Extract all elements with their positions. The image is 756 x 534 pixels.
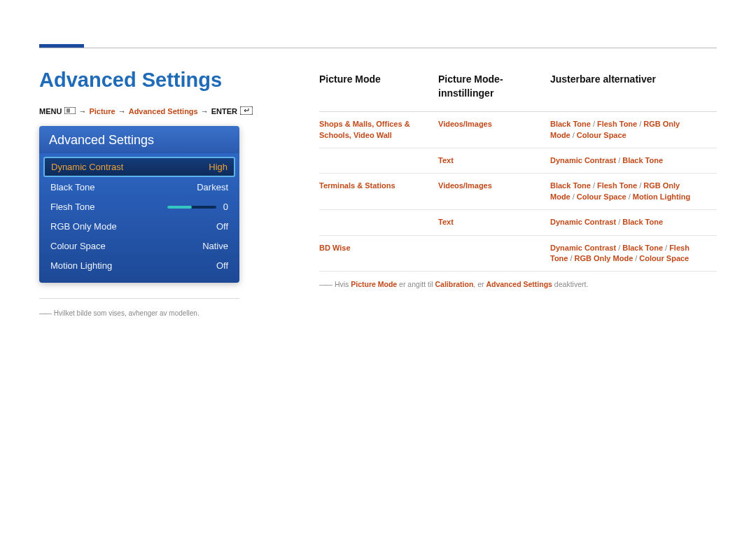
osd-row-label: Motion Lighting bbox=[50, 260, 112, 271]
option-separator: / bbox=[635, 254, 637, 262]
table-header: Picture Mode-innstillinger bbox=[438, 70, 550, 112]
osd-row-label: Dynamic Contrast bbox=[51, 162, 123, 172]
option-item: Black Tone bbox=[622, 156, 663, 164]
page-title: Advanced Settings bbox=[39, 69, 222, 92]
osd-row-colour-space[interactable]: Colour SpaceNative bbox=[43, 237, 235, 255]
footnote-dash: ―― bbox=[39, 309, 50, 317]
osd-row-value: Native bbox=[202, 241, 228, 251]
table-cell-options: Dynamic Contrast/Black Tone bbox=[550, 148, 717, 174]
osd-slider-group: 0 bbox=[167, 202, 228, 212]
breadcrumb-picture: Picture bbox=[89, 107, 115, 115]
option-item: Flesh Tone bbox=[597, 120, 637, 128]
option-item: Flesh Tone bbox=[597, 181, 637, 190]
table-cell-mode: Shops & Malls, Offices & Schools, Video … bbox=[319, 112, 438, 148]
top-divider-accent bbox=[39, 44, 84, 48]
option-item: Black Tone bbox=[550, 181, 591, 190]
osd-row-value: High bbox=[209, 162, 227, 172]
options-table: Picture ModePicture Mode-innstillingerJu… bbox=[319, 70, 717, 272]
breadcrumb-menu-label: MENU bbox=[39, 107, 62, 115]
osd-row-rgb-only-mode[interactable]: RGB Only ModeOff bbox=[43, 217, 235, 236]
option-separator: / bbox=[573, 131, 575, 139]
osd-slider-track[interactable] bbox=[167, 206, 216, 209]
enter-icon bbox=[240, 106, 253, 116]
breadcrumb-advanced: Advanced Settings bbox=[129, 107, 198, 115]
table-cell-mode: Terminals & Stations bbox=[319, 174, 438, 210]
option-separator: / bbox=[570, 254, 572, 262]
osd-row-value: Off bbox=[216, 221, 228, 232]
table-cell-mode: BD Wise bbox=[319, 236, 438, 272]
right-column: Picture ModePicture Mode-innstillingerJu… bbox=[319, 70, 717, 288]
note-calibration: Calibration bbox=[435, 280, 473, 288]
note-dash: ―― bbox=[319, 280, 331, 288]
table-cell-options: Dynamic Contrast/Black Tone/Flesh Tone/R… bbox=[550, 236, 717, 272]
table-cell-setting: Videos/Images bbox=[438, 112, 550, 148]
option-item: Dynamic Contrast bbox=[550, 218, 616, 226]
osd-slider-fill bbox=[167, 206, 192, 209]
option-item: Dynamic Contrast bbox=[550, 244, 616, 252]
option-separator: / bbox=[573, 192, 575, 201]
table-cell-options: Black Tone/Flesh Tone/RGB Only Mode/Colo… bbox=[550, 174, 717, 210]
osd-row-value: 0 bbox=[223, 202, 228, 212]
footnote-model: ―― Hvilket bilde som vises, avhenger av … bbox=[39, 309, 200, 317]
table-cell-setting bbox=[438, 236, 550, 272]
note-t3: , er bbox=[473, 280, 486, 288]
option-separator: / bbox=[639, 181, 641, 190]
osd-row-label: Flesh Tone bbox=[50, 202, 94, 212]
osd-row-value: Darkest bbox=[197, 182, 228, 192]
breadcrumb: MENU → Picture → Advanced Settings → ENT… bbox=[39, 106, 253, 116]
breadcrumb-enter-label: ENTER bbox=[211, 107, 237, 115]
osd-row-black-tone[interactable]: Black ToneDarkest bbox=[43, 178, 235, 197]
osd-row-label: Black Tone bbox=[50, 182, 94, 192]
note-t1: Hvis bbox=[335, 280, 351, 288]
table-cell-setting: Text bbox=[438, 210, 550, 235]
osd-row-dynamic-contrast[interactable]: Dynamic ContrastHigh bbox=[43, 157, 235, 177]
footnote-text: Hvilket bilde som vises, avhenger av mod… bbox=[54, 309, 200, 317]
table-cell-options: Dynamic Contrast/Black Tone bbox=[550, 210, 717, 235]
table-cell-setting: Text bbox=[438, 148, 550, 174]
option-item: Colour Space bbox=[577, 131, 626, 139]
osd-panel: Advanced Settings Dynamic ContrastHighBl… bbox=[39, 126, 239, 283]
option-item: Black Tone bbox=[622, 244, 663, 252]
option-item: Motion Lighting bbox=[633, 192, 690, 201]
osd-body: Dynamic ContrastHighBlack ToneDarkestFle… bbox=[39, 153, 239, 283]
top-divider bbox=[39, 48, 717, 48]
option-item: Black Tone bbox=[550, 120, 591, 128]
option-separator: / bbox=[639, 120, 641, 128]
breadcrumb-arrow-2: → bbox=[118, 107, 126, 115]
table-cell-mode bbox=[319, 148, 438, 174]
option-separator: / bbox=[665, 244, 667, 252]
osd-row-motion-lighting[interactable]: Motion LightingOff bbox=[43, 256, 235, 275]
option-item: RGB Only Mode bbox=[575, 254, 634, 262]
table-header: Justerbare alternativer bbox=[550, 70, 717, 112]
osd-row-label: RGB Only Mode bbox=[50, 221, 117, 232]
breadcrumb-arrow-1: → bbox=[78, 107, 86, 115]
breadcrumb-arrow-3: → bbox=[201, 107, 209, 115]
option-separator: / bbox=[629, 192, 631, 201]
table-header: Picture Mode bbox=[319, 70, 438, 112]
note-t4: deaktivert. bbox=[552, 280, 588, 288]
option-item: Colour Space bbox=[639, 254, 689, 262]
note-t2: er angitt til bbox=[397, 280, 435, 288]
option-separator: / bbox=[618, 244, 620, 252]
option-separator: / bbox=[593, 181, 595, 190]
option-separator: / bbox=[593, 120, 595, 128]
option-item: Black Tone bbox=[622, 218, 663, 226]
note-picture-mode: Picture Mode bbox=[351, 280, 397, 288]
calibration-note: ―― Hvis Picture Mode er angitt til Calib… bbox=[319, 280, 717, 288]
menu-icon bbox=[64, 107, 76, 115]
note-advanced: Advanced Settings bbox=[486, 280, 552, 288]
option-separator: / bbox=[618, 156, 620, 164]
osd-row-label: Colour Space bbox=[50, 241, 106, 251]
option-separator: / bbox=[618, 218, 620, 226]
table-cell-mode bbox=[319, 210, 438, 235]
left-divider bbox=[39, 298, 239, 299]
table-cell-options: Black Tone/Flesh Tone/RGB Only Mode/Colo… bbox=[550, 112, 717, 148]
option-item: Dynamic Contrast bbox=[550, 156, 616, 164]
osd-row-value: Off bbox=[216, 260, 228, 271]
table-cell-setting: Videos/Images bbox=[438, 174, 550, 210]
option-item: Colour Space bbox=[577, 192, 626, 201]
osd-row-flesh-tone[interactable]: Flesh Tone0 bbox=[43, 197, 235, 216]
osd-header: Advanced Settings bbox=[39, 126, 239, 153]
